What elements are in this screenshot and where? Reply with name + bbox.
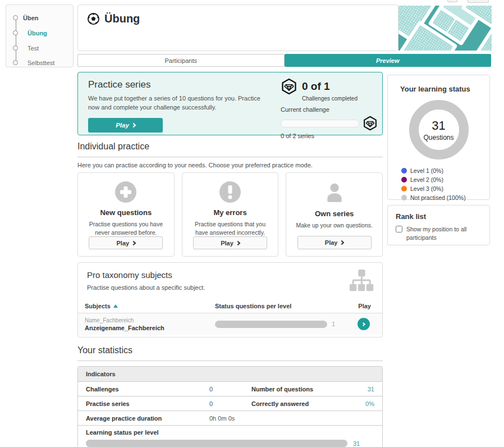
column-status: Status questions per level (215, 303, 345, 309)
practice-series-description: We have put together a series of 10 ques… (88, 94, 265, 112)
card-title: Own series (315, 209, 354, 218)
timeline-connector (16, 17, 16, 63)
statistics-row: Average practice duration 0h 0m 0s (78, 411, 382, 426)
new-questions-play-button[interactable]: Play (89, 236, 163, 249)
chevron-right-icon (361, 322, 365, 326)
top-button-sliver (468, 0, 489, 3)
learning-status-per-level-row: Learning status per level 31 (78, 426, 382, 447)
donut-legend: Level 1 (0%) Level 2 (0%) Level 3 (0%) N… (401, 167, 482, 201)
card-own-series: Own series Make up your own questions. P… (286, 172, 383, 257)
chevron-right-icon (236, 240, 240, 245)
practice-series-play-button[interactable]: Play (88, 118, 163, 133)
individual-practice-intro: Here you can practise according to your … (77, 162, 313, 168)
legend-dot-not-practised (401, 195, 407, 200)
step-dot-icon (13, 45, 18, 51)
sort-ascending-icon (113, 304, 118, 308)
chevron-right-icon (131, 123, 136, 127)
challenge-gem-icon (363, 116, 378, 131)
card-description: Practise questions you have never answer… (84, 220, 168, 236)
learning-status-title: Your learning status (400, 85, 482, 93)
tab-preview[interactable]: Preview (285, 54, 492, 67)
show-position-checkbox[interactable] (396, 226, 402, 232)
card-new-questions: New questions Practise questions you hav… (77, 172, 175, 257)
legend-item: Level 2 (0%) (401, 176, 482, 183)
taxonomy-title: Pro taxonomy subjects (87, 270, 373, 280)
taxonomy-description: Practise questions about a specific subj… (87, 284, 373, 291)
rank-visibility-option: Show my position to all participants (396, 225, 482, 241)
step-dot-icon (13, 60, 18, 65)
own-series-play-button[interactable]: Play (297, 236, 372, 249)
map-banner-image (398, 6, 492, 51)
rank-list-panel: Rank list Show my position to all partic… (387, 205, 490, 245)
page-header: Übung (77, 4, 398, 51)
subject-display-name: Anzeigename_Fachbereich (85, 325, 215, 331)
chevron-right-icon (340, 240, 344, 245)
challenges-caption: Challenges completed (302, 95, 378, 102)
tab-participants[interactable]: Participants (77, 54, 285, 67)
practice-mode-cards: New questions Practise questions you hav… (77, 172, 383, 257)
hierarchy-icon (349, 268, 374, 294)
card-my-errors: My errors Practise questions that you ha… (182, 172, 279, 257)
legend-item: Level 1 (0%) (401, 167, 482, 174)
page-title: Übung (104, 12, 140, 25)
subject-name: Name_Fachbereich (85, 317, 215, 323)
legend-item: Level 3 (0%) (401, 185, 482, 192)
statistics-heading: Your statistics (77, 345, 383, 361)
statistics-row: Challenges 0 Number of questions 31 (78, 382, 382, 396)
statistics-row: Practise series 0 Correctly answered 0% (78, 396, 382, 411)
practice-page: Üben Übung Test Selbsttest (0, 0, 504, 447)
soccer-ball-icon (87, 12, 100, 25)
series-progress-label: 0 of 2 series (281, 133, 378, 139)
rank-list-title: Rank list (396, 212, 482, 221)
individual-practice-heading: Individual practice (77, 142, 383, 157)
subject-play-button[interactable] (358, 318, 370, 330)
practice-series-title: Practice series (88, 79, 264, 90)
current-challenge-label: Current challenge (281, 106, 378, 113)
column-play: Play (345, 303, 375, 309)
column-subjects[interactable]: Subjects (85, 303, 215, 309)
top-button-sliver (447, 0, 457, 2)
card-title: My errors (213, 208, 246, 217)
practice-series-card: Practice series We have put together a s… (77, 72, 383, 135)
card-description: Make up your own questions. (296, 221, 373, 236)
subject-level-progressbar (215, 321, 327, 328)
legend-dot-level3 (401, 186, 407, 191)
level-count: 31 (353, 440, 360, 447)
learning-status-donut-chart: 31 Questions (409, 100, 469, 159)
statistics-table: Indicators Challenges 0 Number of questi… (77, 366, 383, 447)
challenges-count: 0 of 1 (302, 80, 330, 93)
plus-circle-icon (114, 181, 137, 203)
taxonomy-row: Name_Fachbereich Anzeigename_Fachbereich… (78, 313, 382, 335)
subject-question-count: 1 (332, 321, 335, 327)
chevron-right-icon (131, 240, 136, 245)
taxonomy-table-header: Subjects Status questions per level Play (78, 299, 382, 313)
my-errors-play-button[interactable]: Play (193, 236, 267, 249)
current-challenge-progressbar (281, 120, 359, 127)
learning-status-panel: Your learning status 31 Questions Level … (387, 75, 490, 200)
question-total: 31 (432, 118, 445, 133)
legend-dot-level1 (401, 168, 407, 174)
legend-dot-level2 (401, 177, 407, 183)
exclamation-circle-icon (219, 181, 241, 203)
step-dot-icon (13, 30, 18, 35)
card-title: New questions (100, 208, 152, 217)
person-icon (323, 181, 346, 204)
level-progressbar (86, 440, 347, 447)
step-dot-icon (13, 15, 18, 20)
question-unit: Questions (423, 134, 453, 142)
challenge-gem-icon (281, 78, 297, 95)
course-steps-sidebar: Üben Übung Test Selbsttest (6, 4, 74, 67)
statistics-table-title: Indicators (78, 367, 382, 382)
view-tabs: Participants Preview (77, 54, 491, 67)
legend-item: Not practised (100%) (401, 194, 482, 201)
card-description: Practise questions that you have answere… (188, 220, 273, 236)
taxonomy-subjects-card: Pro taxonomy subjects Practise questions… (77, 262, 383, 337)
